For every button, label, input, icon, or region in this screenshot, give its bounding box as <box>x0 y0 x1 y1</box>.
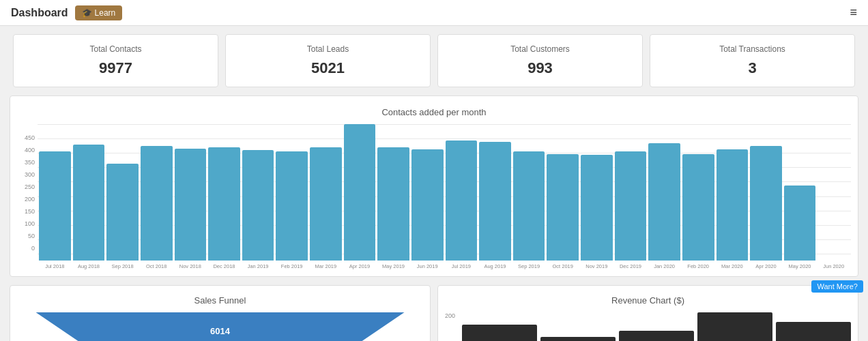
page-title: Dashboard <box>11 7 68 19</box>
y-axis-label: 350 <box>17 156 35 168</box>
want-more-button[interactable]: Want More? <box>811 280 863 293</box>
bar <box>411 149 444 261</box>
stat-card: Total Customers 993 <box>437 34 643 87</box>
bar <box>479 142 511 261</box>
header: Dashboard 🎓 Learn ≡ <box>0 0 868 26</box>
x-axis-label: May 2019 <box>377 263 409 269</box>
bar-wrap <box>73 124 105 261</box>
bar <box>446 140 478 261</box>
y-axis-label: 150 <box>17 205 35 218</box>
y-axis-label: 250 <box>17 181 35 193</box>
x-labels: Jul 2018Aug 2018Sep 2018Oct 2018Nov 2018… <box>38 261 851 269</box>
x-axis-label: Apr 2020 <box>750 263 782 269</box>
x-axis-label: Dec 2019 <box>615 263 647 269</box>
header-left: Dashboard 🎓 Learn <box>11 5 122 20</box>
funnel-bar: 6014 <box>36 312 405 341</box>
bar <box>141 146 173 261</box>
bar-wrap <box>784 124 816 261</box>
x-axis-label: May 2020 <box>784 263 816 269</box>
menu-icon[interactable]: ≡ <box>850 5 857 20</box>
x-axis-label: Jun 2019 <box>411 263 444 269</box>
bar-wrap <box>106 124 139 261</box>
bar <box>310 147 342 261</box>
revenue-chart-card: Want More? Revenue Chart ($) 200180160 <box>437 285 858 341</box>
stat-label: Total Leads <box>233 44 423 54</box>
contacts-chart-title: Contacts added per month <box>17 107 851 117</box>
y-axis-label: 200 <box>17 193 35 205</box>
bar-wrap <box>242 124 274 261</box>
rev-bar <box>776 322 851 342</box>
x-axis-label: Jul 2019 <box>446 263 478 269</box>
rev-bar-wrap <box>776 312 851 341</box>
stat-value: 9977 <box>20 59 211 77</box>
funnel-wrap: 6014 <box>17 312 423 341</box>
bar-wrap <box>682 124 714 261</box>
bar-wrap <box>411 124 444 261</box>
rev-bar-wrap <box>697 312 772 341</box>
x-axis-label: Oct 2019 <box>547 263 579 269</box>
x-axis-label: Jun 2020 <box>818 263 850 269</box>
bar <box>276 151 308 261</box>
x-axis-label: Dec 2018 <box>208 263 240 269</box>
revenue-chart-title: Revenue Chart ($) <box>445 295 851 306</box>
x-axis-label: Sep 2018 <box>106 263 139 269</box>
bar-wrap <box>377 124 409 261</box>
y-axis-label: 100 <box>17 218 35 230</box>
bar <box>513 151 545 261</box>
contacts-chart-section: Contacts added per month 050100150200250… <box>10 95 858 277</box>
bar-wrap <box>717 124 749 261</box>
bar <box>39 151 71 261</box>
bar-wrap <box>276 124 308 261</box>
learn-icon: 🎓 <box>82 8 92 18</box>
y-axis-label: 0 <box>17 242 35 254</box>
x-axis-label: Sep 2019 <box>513 263 545 269</box>
bar-wrap <box>547 124 579 261</box>
sales-funnel-card: Sales Funnel 6014 <box>10 285 431 341</box>
rev-bar-wrap <box>462 312 537 341</box>
bar-wrap <box>208 124 240 261</box>
bar <box>717 149 749 261</box>
y-axis-label: 400 <box>17 144 35 156</box>
stat-label: Total Transactions <box>657 44 848 54</box>
bar-wrap <box>750 124 782 261</box>
bar <box>242 150 274 261</box>
stat-label: Total Customers <box>445 44 635 54</box>
bar-chart-container: 050100150200250300350400450 Jul 2018Aug … <box>17 124 851 269</box>
bar <box>208 147 240 261</box>
x-axis-label: Apr 2019 <box>344 263 376 269</box>
stat-card: Total Leads 5021 <box>225 34 431 87</box>
stat-value: 3 <box>657 59 848 77</box>
y-axis-label: 50 <box>17 230 35 242</box>
x-axis-label: Jan 2020 <box>648 263 680 269</box>
rev-bar-wrap <box>619 312 694 341</box>
stat-label: Total Contacts <box>20 44 211 54</box>
bar <box>377 147 409 261</box>
bar-wrap <box>581 124 613 261</box>
learn-button[interactable]: 🎓 Learn <box>75 5 123 20</box>
bar <box>547 154 579 261</box>
x-axis-label: Jul 2018 <box>39 263 71 269</box>
stat-value: 993 <box>445 59 635 77</box>
rev-bar <box>540 337 616 341</box>
y-axis: 050100150200250300350400450 <box>17 132 38 269</box>
bar-wrap <box>175 124 207 261</box>
stats-row: Total Contacts 9977 Total Leads 5021 Tot… <box>0 26 868 95</box>
bar-wrap <box>310 124 342 261</box>
x-axis-label: Aug 2019 <box>479 263 511 269</box>
bar-wrap <box>344 124 376 261</box>
rev-y-label: 200 <box>445 312 455 319</box>
rev-bar <box>462 325 537 341</box>
bar <box>648 143 680 261</box>
rev-bar <box>697 312 772 341</box>
bar <box>73 145 105 261</box>
rev-bar-wrap <box>540 312 616 341</box>
revenue-chart-area: 200180160 <box>445 312 851 341</box>
x-axis-label: Oct 2018 <box>141 263 173 269</box>
bar-wrap <box>479 124 511 261</box>
bar <box>750 146 782 261</box>
stat-value: 5021 <box>233 59 423 77</box>
bar <box>615 151 647 261</box>
sales-funnel-title: Sales Funnel <box>17 295 423 306</box>
bars-row <box>38 124 851 261</box>
bar-wrap <box>141 124 173 261</box>
